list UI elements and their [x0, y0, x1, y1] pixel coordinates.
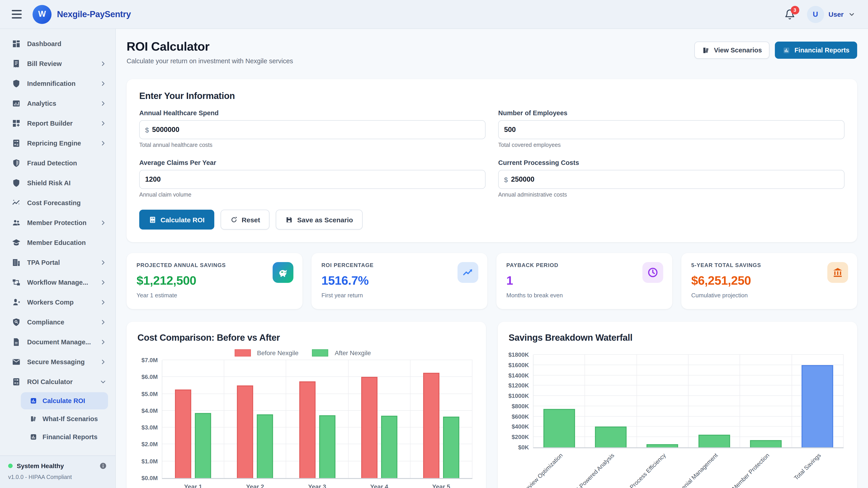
sidebar-item-label: Workers Comp	[27, 299, 94, 306]
sidebar-item-analytics[interactable]: Analytics	[0, 94, 115, 113]
chart-bar	[647, 444, 678, 447]
chart-bar	[381, 416, 397, 478]
page-title: ROI Calculator	[127, 40, 293, 54]
stat-card-payback-period: PAYBACK PERIOD1Months to break even	[496, 253, 672, 309]
app-header: W Nexgile-PaySentry 3 U User	[0, 0, 868, 29]
user-name: User	[829, 10, 844, 18]
sidebar-item-label: Dashboard	[27, 40, 106, 47]
sidebar-item-shield-risk-ai[interactable]: Shield Risk AI	[0, 173, 115, 193]
sidebar-item-workers-comp[interactable]: Workers Comp	[0, 293, 115, 312]
sidebar-item-member-education[interactable]: Member Education	[0, 233, 115, 252]
trend-icon	[12, 198, 21, 207]
chart-bar	[802, 365, 833, 447]
calculator-icon	[149, 216, 156, 223]
chart-bar	[257, 415, 273, 478]
report-builder-icon	[12, 119, 21, 128]
menu-toggle-button[interactable]	[9, 7, 24, 21]
savings-waterfall-chart: $0K$200K$400K$600K$800K$1000K$1200K$1400…	[533, 355, 844, 448]
legend-swatch-before	[235, 349, 251, 357]
sidebar-item-tpa-portal[interactable]: TPA Portal	[0, 253, 115, 272]
field-helper: Total covered employees	[498, 142, 844, 148]
chart-bar	[195, 413, 211, 478]
chart-group-total-savings: Total Savings	[792, 355, 844, 447]
bank-icon	[832, 267, 844, 278]
scenarios-icon	[702, 46, 710, 54]
chart-group-bill-review-optimization: Bill Review Optimization	[533, 355, 585, 447]
app-root: W Nexgile-PaySentry 3 U User DashboardBi…	[0, 0, 868, 488]
info-icon[interactable]	[99, 462, 107, 470]
sidebar-item-report-builder[interactable]: Report Builder	[0, 114, 115, 133]
form-title: Enter Your Information	[139, 91, 844, 101]
calculator-icon	[12, 139, 21, 148]
chart-group-member-protection: Member Protection	[740, 355, 792, 447]
reset-button[interactable]: Reset	[220, 210, 270, 230]
sidebar-item-label: Repricing Engine	[27, 140, 94, 147]
chevron-right-icon	[100, 359, 106, 365]
notifications-button[interactable]: 3	[784, 9, 795, 20]
sidebar-nav: DashboardBill ReviewIndemnificationAnaly…	[0, 29, 115, 455]
annual-healthcare-spend-input[interactable]	[152, 126, 480, 134]
sidebar-subitem-label: Calculate ROI	[42, 397, 85, 404]
legend-swatch-after	[312, 349, 329, 357]
average-claims-per-year-input[interactable]	[145, 175, 480, 184]
chart-square-icon	[30, 397, 37, 404]
stat-value: $1,212,500	[136, 274, 292, 288]
page-subtitle: Calculate your return on investment with…	[127, 57, 293, 65]
sidebar-item-label: Member Education	[27, 239, 106, 246]
main-content: ROI Calculator Calculate your return on …	[116, 29, 868, 488]
chevron-right-icon	[100, 100, 106, 107]
sidebar-item-dashboard[interactable]: Dashboard	[0, 34, 115, 53]
stats-row: PROJECTED ANNUAL SAVINGS$1,212,500Year 1…	[127, 253, 857, 309]
sidebar-item-compliance[interactable]: Compliance	[0, 313, 115, 332]
sidebar-item-indemnification[interactable]: Indemnification	[0, 74, 115, 93]
chart-bar	[361, 377, 377, 478]
sidebar-item-workflow-manage[interactable]: Workflow Manage...	[0, 273, 115, 292]
reset-label: Reset	[242, 216, 260, 223]
people-icon	[12, 218, 21, 227]
sidebar-subitem-what-if-scenarios[interactable]: What-If Scenarios	[21, 410, 108, 427]
chart-bar	[443, 417, 459, 478]
stat-subtext: First year return	[321, 292, 477, 299]
legend-label-after: After Nexgile	[335, 349, 371, 357]
notification-badge: 3	[790, 6, 799, 14]
calculator-icon	[12, 377, 21, 386]
sidebar-item-cost-forecasting[interactable]: Cost Forecasting	[0, 193, 115, 213]
brand-logo: W	[33, 5, 52, 24]
sidebar-item-bill-review[interactable]: Bill Review	[0, 54, 115, 73]
calculate-roi-button[interactable]: Calculate ROI	[139, 210, 214, 230]
compliance-shield-icon	[12, 318, 21, 327]
stat-label: PAYBACK PERIOD	[506, 262, 662, 268]
chart-bar	[423, 373, 439, 478]
sidebar-item-label: Indemnification	[27, 80, 94, 87]
piggy-bank-icon	[277, 267, 289, 278]
financial-reports-button[interactable]: Financial Reports	[775, 41, 857, 59]
sidebar-item-fraud-detection[interactable]: Fraud Detection	[0, 154, 115, 173]
calculate-roi-label: Calculate ROI	[160, 216, 205, 223]
stat-value: 1516.7%	[321, 274, 477, 288]
sidebar-item-label: Cost Forecasting	[27, 199, 106, 206]
stat-subtext: Year 1 estimate	[136, 292, 292, 299]
sidebar-item-label: Fraud Detection	[27, 160, 106, 167]
stat-card-roi-percentage: ROI PERCENTAGE1516.7%First year return	[311, 253, 487, 309]
chevron-right-icon	[100, 279, 106, 286]
sidebar-item-label: Report Builder	[27, 120, 94, 127]
user-menu[interactable]: U User	[807, 6, 855, 23]
view-scenarios-button[interactable]: View Scenarios	[694, 41, 770, 59]
number-of-employees-input[interactable]	[504, 126, 839, 134]
sidebar-item-roi-calculator[interactable]: ROI Calculator	[0, 372, 115, 391]
brand-logo-letter: W	[38, 9, 46, 19]
currency-prefix: $	[504, 175, 508, 183]
sidebar-item-member-protection[interactable]: Member Protection	[0, 213, 115, 232]
sidebar-item-document-manage[interactable]: Document Manage...	[0, 332, 115, 352]
legend-label-before: Before Nexgile	[257, 349, 299, 357]
sidebar-item-secure-messaging[interactable]: Secure Messaging	[0, 352, 115, 371]
sidebar-item-repricing-engine[interactable]: Repricing Engine	[0, 134, 115, 153]
sidebar-subitem-calculate-roi[interactable]: Calculate ROI	[21, 392, 108, 410]
sidebar-subitem-financial-reports[interactable]: Financial Reports	[21, 428, 108, 446]
field-label: Number of Employees	[498, 109, 844, 117]
current-processing-costs-input[interactable]	[511, 175, 839, 184]
field-helper: Annual claim volume	[139, 192, 486, 198]
save-as-scenario-button[interactable]: Save as Scenario	[276, 210, 363, 230]
piggy-bank-icon	[273, 262, 293, 283]
brand: W Nexgile-PaySentry	[33, 5, 131, 24]
